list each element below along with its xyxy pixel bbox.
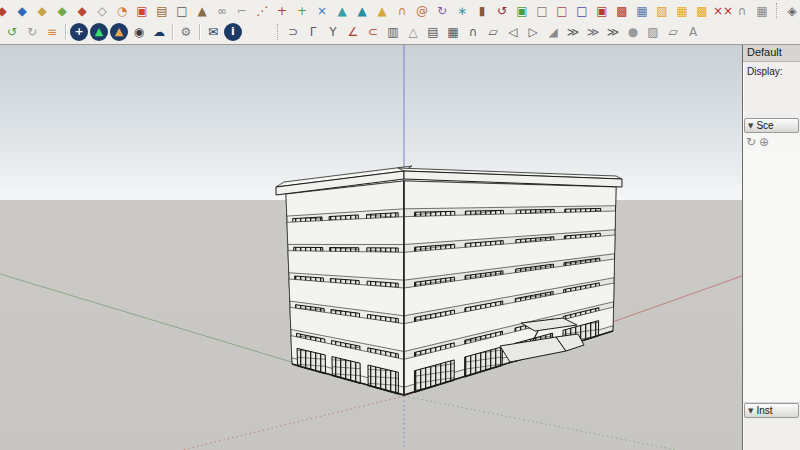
building-model[interactable]	[276, 166, 622, 395]
section-arm-icon[interactable]: ⌐	[233, 2, 251, 20]
paste-green-icon[interactable]: ▣	[513, 2, 531, 20]
arc-orange-icon[interactable]: ∩	[393, 2, 411, 20]
warning-triangle-icon[interactable]: ▲	[373, 2, 391, 20]
glasses-icon[interactable]: ∞	[213, 2, 231, 20]
cross-blue-icon[interactable]: ×	[313, 2, 331, 20]
mesh-tool-icon[interactable]: ▦	[444, 23, 462, 41]
face-style-tan-icon[interactable]: ◆	[33, 2, 51, 20]
update-scenes-button[interactable]: ↻	[746, 134, 756, 150]
refresh-gray-icon[interactable]: ↻	[23, 23, 41, 41]
add-circle-icon[interactable]: +	[70, 23, 88, 41]
tray-bottom-spacer	[743, 418, 800, 450]
toolbar-separator	[277, 24, 279, 40]
arrow-3-icon[interactable]: ≫	[604, 23, 622, 41]
ramp-tool-icon[interactable]: ◢	[544, 23, 562, 41]
display-label: Display:	[743, 62, 800, 81]
sketch-fork-icon[interactable]: Υ	[324, 23, 342, 41]
instructor-panel-header[interactable]: ▼ Inst	[744, 403, 799, 418]
toolbar-separator	[776, 3, 778, 19]
plus-green-icon[interactable]: +	[293, 2, 311, 20]
poly-tool-icon[interactable]: ▱	[664, 23, 682, 41]
photo-mountain-icon[interactable]: ▲	[110, 23, 128, 41]
envelope-icon[interactable]: ✉	[204, 23, 222, 41]
layers-orange-icon[interactable]: ≡	[43, 23, 61, 41]
cloud-upload-icon[interactable]: ☁	[150, 23, 168, 41]
scenes-panel-content[interactable]	[743, 151, 800, 403]
grid-3x3-orange-icon[interactable]: ▩	[693, 2, 711, 20]
letter-a-tool-icon[interactable]: A	[684, 23, 702, 41]
copy-box-icon[interactable]: □	[533, 2, 551, 20]
water-drop-1-icon[interactable]: ▲	[333, 2, 351, 20]
add-scene-button[interactable]: ⊕	[759, 134, 769, 150]
toolbar-row-1: ◆◆◆◆◆◇◔▣▤□▲∞⌐⋰++×▲▲▲∩@↻∗▮↺▣□□□▣▩▦▨▦▩××∩▦…	[0, 0, 800, 21]
gears-icon[interactable]: ⚙	[177, 23, 195, 41]
flip-left-icon[interactable]: ◁	[504, 23, 522, 41]
leaf-tool-icon[interactable]: ▱	[484, 23, 502, 41]
terrain-brown-icon[interactable]: ▲	[193, 2, 211, 20]
stripes-tool-icon[interactable]: ▨	[644, 23, 662, 41]
arrow-2-icon[interactable]: ≫	[584, 23, 602, 41]
shell-orange-icon[interactable]: @	[413, 2, 431, 20]
grid-blue-icon[interactable]: ▦	[633, 2, 651, 20]
hatch-orange-icon[interactable]: ▨	[653, 2, 671, 20]
modeling-viewport[interactable]	[0, 45, 742, 450]
rotate-purple-icon[interactable]: ↻	[433, 2, 451, 20]
tray-tab-default[interactable]: Default	[743, 45, 800, 62]
red-axis-negative	[182, 396, 404, 450]
toolbar-row-2: ↺↻≡+▲▲◉☁⚙✉i⊃ΓΥ∠⊂▥△▤▦∩▱◁▷◢≫≫≫●▨▱A	[0, 21, 800, 42]
refresh-green-icon[interactable]: ↺	[3, 23, 21, 41]
component-gray-1-icon[interactable]: ◈	[783, 2, 800, 20]
toolbar-separator	[199, 24, 200, 40]
checker-globe-icon[interactable]: ◉	[130, 23, 148, 41]
spiral-darkred-icon[interactable]: ↺	[493, 2, 511, 20]
info-icon[interactable]: i	[224, 23, 242, 41]
swap-box-icon[interactable]: □	[573, 2, 591, 20]
dome-tool-icon[interactable]: ∩	[464, 23, 482, 41]
sketch-corner-icon[interactable]: Γ	[304, 23, 322, 41]
face-style-white-icon[interactable]: ◇	[93, 2, 111, 20]
bucket-brown-icon[interactable]: ▮	[473, 2, 491, 20]
crate-icon[interactable]: ▤	[153, 2, 171, 20]
green-axis-negative	[404, 396, 676, 450]
plus-red-icon[interactable]: +	[273, 2, 291, 20]
default-tray-sidebar: Default Display: ▼ Sce ↻⊕ ▼ Inst	[742, 45, 800, 450]
toolbar-separator	[65, 24, 66, 40]
arc-red-icon[interactable]: ⊂	[364, 23, 382, 41]
stairs-tool-icon[interactable]: ▤	[424, 23, 442, 41]
sketch-curve-icon[interactable]: ⊃	[284, 23, 302, 41]
flag-icon[interactable]: □	[173, 2, 191, 20]
blob-tool-icon[interactable]: ●	[624, 23, 642, 41]
collapse-triangle-icon: ▼	[748, 407, 753, 415]
pie-orange-icon[interactable]: ◔	[113, 2, 131, 20]
scene-canvas[interactable]	[0, 45, 742, 450]
scenes-panel-title: Sce	[756, 120, 773, 131]
compass-teal-icon[interactable]: ∗	[453, 2, 471, 20]
tree-hex-icon[interactable]: ▲	[90, 23, 108, 41]
instructor-panel-title: Inst	[756, 405, 772, 416]
water-drop-2-icon[interactable]: ▲	[353, 2, 371, 20]
box-tool-icon[interactable]: ▥	[384, 23, 402, 41]
cone-tool-icon[interactable]: △	[404, 23, 422, 41]
dot-box-red-icon[interactable]: ▣	[593, 2, 611, 20]
arrow-1-icon[interactable]: ≫	[564, 23, 582, 41]
angle-red-icon[interactable]: ∠	[344, 23, 362, 41]
grid-2x2-orange-icon[interactable]: ▦	[673, 2, 691, 20]
tray-spacer	[743, 81, 800, 118]
flip-right-icon[interactable]: ▷	[524, 23, 542, 41]
material-corner-icon[interactable]: ▣	[133, 2, 151, 20]
rotate-box-icon[interactable]: □	[553, 2, 571, 20]
scenes-panel-header[interactable]: ▼ Sce	[744, 118, 799, 133]
face-style-blue-icon[interactable]: ◆	[13, 2, 31, 20]
grid-gray-icon[interactable]: ▦	[753, 2, 771, 20]
face-style-red-icon[interactable]: ◆	[73, 2, 91, 20]
arc-gray-icon[interactable]: ∩	[733, 2, 751, 20]
main-toolbar: ◆◆◆◆◆◇◔▣▤□▲∞⌐⋰++×▲▲▲∩@↻∗▮↺▣□□□▣▩▦▨▦▩××∩▦…	[0, 0, 800, 45]
toolbar-separator	[172, 24, 173, 40]
checker-red-icon[interactable]: ▩	[613, 2, 631, 20]
face-style-green-icon[interactable]: ◆	[53, 2, 71, 20]
scenes-panel-toolbar: ↻⊕	[743, 133, 800, 151]
dotted-path-icon[interactable]: ⋰	[253, 2, 271, 20]
collapse-triangle-icon: ▼	[748, 122, 753, 130]
paint-style-red-icon[interactable]: ◆	[0, 2, 11, 20]
xx-red-icon[interactable]: ××	[713, 2, 731, 20]
